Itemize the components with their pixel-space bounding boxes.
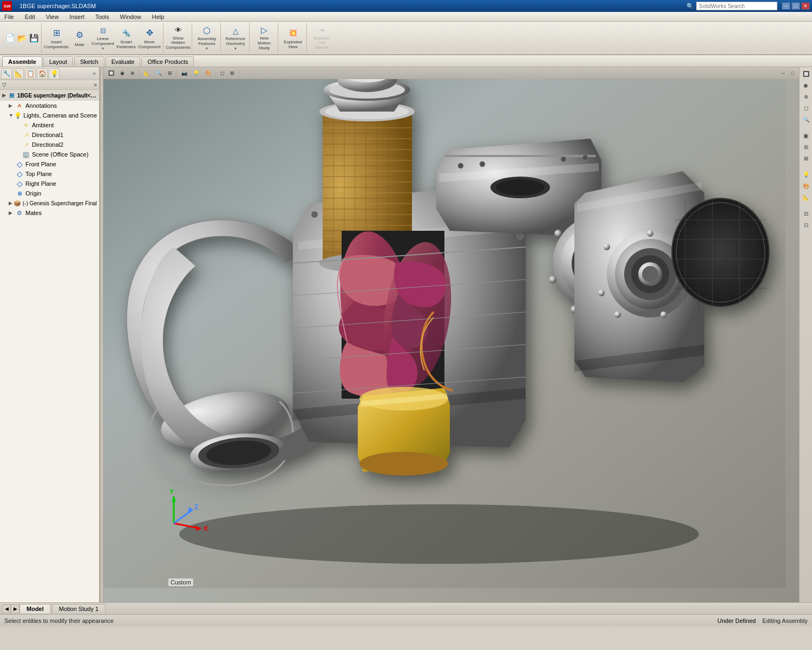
reference-geometry-button[interactable]: △ ReferenceGeometry ▼ (224, 24, 247, 52)
maximize-button[interactable]: □ (791, 2, 800, 10)
mate-button[interactable]: ⚙ Mate (68, 24, 91, 52)
tree-item-mates[interactable]: ▶ ⚙ Mates (0, 208, 99, 218)
search-icon: 🔍 (686, 3, 694, 10)
viewport-maximize-button[interactable]: □ (789, 69, 797, 77)
right-btn-13[interactable]: ⊡ (801, 219, 811, 230)
explode-line-sketch-button[interactable]: ⊸ ExplodeLineSketch (310, 24, 333, 52)
menu-item-help[interactable]: Help (150, 13, 167, 21)
custom-viewport-label: Custom (168, 578, 193, 586)
svg-point-55 (458, 163, 463, 168)
view-button-color[interactable]: 🎨 (202, 69, 214, 77)
search-bar: 🔍 (686, 2, 777, 10)
tab-office-products[interactable]: Office Products (141, 56, 194, 67)
new-motion-study-button[interactable]: ▷ NewMotionStudy (253, 24, 276, 52)
right-btn-7[interactable]: ⊞ (801, 141, 811, 152)
view-button-5[interactable]: 🔍 (153, 69, 165, 77)
bottom-scroll-left-button[interactable]: ◀ (2, 604, 11, 613)
tree-item-ambient[interactable]: ▶ ☀ Ambient (0, 120, 99, 130)
svg-point-57 (561, 157, 566, 162)
svg-point-83 (614, 311, 621, 318)
view-button-6[interactable]: ⊞ (165, 69, 175, 77)
menu-item-window[interactable]: Window (118, 13, 143, 21)
right-btn-9[interactable]: 💡 (801, 169, 811, 180)
open-button[interactable]: 📂 (16, 24, 27, 52)
svg-point-6 (311, 211, 318, 218)
tree-filter-icon: ▽ (2, 82, 6, 88)
svg-point-82 (660, 311, 667, 318)
new-button[interactable]: 📄 (4, 24, 15, 52)
menu-item-edit[interactable]: Edit (23, 13, 37, 21)
assembly-features-button[interactable]: ⬡ AssemblyFeatures ▼ (195, 24, 218, 52)
right-btn-1[interactable]: 🔲 (801, 68, 811, 79)
tree-item-top-plane[interactable]: ▶ ◇ Top Plane (0, 169, 99, 179)
linear-component-button[interactable]: ⊟ LinearComponent ▼ (91, 24, 114, 52)
menu-item-view[interactable]: View (44, 13, 61, 21)
exploded-view-button[interactable]: 💥 ExplodedView (281, 24, 304, 52)
tree-item-origin[interactable]: ▶ ⊕ Origin (0, 188, 99, 198)
panel-icon-2[interactable]: 📐 (13, 68, 24, 79)
view-button-1[interactable]: 🔲 (106, 69, 117, 77)
view-button-hide[interactable]: ◻ (218, 69, 227, 77)
right-btn-3[interactable]: ⊕ (801, 91, 811, 102)
menu-item-insert[interactable]: Insert (67, 13, 87, 21)
show-hidden-button[interactable]: 👁 ShowHiddenComponents (167, 24, 189, 52)
tree-item-directional2[interactable]: ▶ ↗ Directional2 (0, 140, 99, 150)
smart-fasteners-button[interactable]: 🔩 SmartFasteners (115, 24, 137, 52)
right-btn-8[interactable]: ⊠ (801, 153, 811, 164)
view-button-section[interactable]: ⊠ (227, 69, 237, 77)
insert-components-button[interactable]: ⊞ InsertComponents (45, 24, 68, 52)
view-button-3[interactable]: ⊕ (128, 69, 137, 77)
right-btn-4[interactable]: ◻ (801, 102, 811, 113)
main-toolbar: 📄 📂 💾 ⊞ InsertComponents ⚙ Mate ⊟ Linear… (0, 22, 812, 55)
app-title: 1BGE superchager.SLDASM (19, 3, 96, 9)
menu-item-file[interactable]: File (2, 13, 16, 21)
tab-sketch[interactable]: Sketch (74, 56, 104, 67)
right-btn-2[interactable]: ◉ (801, 80, 811, 90)
svg-point-85 (604, 244, 610, 250)
minimize-button[interactable]: ─ (782, 2, 790, 10)
menu-item-tools[interactable]: Tools (93, 13, 112, 21)
bottom-scroll-right-button[interactable]: ▶ (11, 604, 19, 613)
search-input[interactable] (696, 2, 777, 10)
svg-point-56 (480, 161, 485, 167)
close-button[interactable]: ✕ (801, 2, 810, 10)
tree-item-scene[interactable]: ▶ 🏢 Scene (Office Space) (0, 150, 99, 159)
tab-bar: Assemble Layout Sketch Evaluate Office P… (0, 55, 812, 67)
tree-root[interactable]: ▶ ⊞ 1BGE superchager (Default<Displa (0, 90, 99, 101)
tree-expand-icon[interactable]: » (94, 82, 97, 88)
panel-icon-3[interactable]: 📋 (25, 68, 36, 79)
bottom-tab-motion-study[interactable]: Motion Study 1 (52, 604, 106, 613)
3d-viewport[interactable]: X Y Z Custom (103, 67, 799, 602)
viewport: 🔲 ◉ ⊕ 📐 🔍 ⊞ 📷 💡 🎨 ◻ ⊠ ─ □ (103, 67, 799, 602)
right-btn-11[interactable]: 📐 (801, 192, 811, 203)
view-button-2[interactable]: ◉ (117, 69, 127, 77)
right-panel: 🔲 ◉ ⊕ ◻ 🔍 ▣ ⊞ ⊠ 💡 🎨 📐 ⊟ ⊡ (799, 67, 812, 602)
tree-item-lights-cameras[interactable]: ▼ 💡 Lights, Cameras and Scene (0, 110, 99, 120)
tab-evaluate[interactable]: Evaluate (106, 56, 141, 67)
view-button-light[interactable]: 💡 (191, 69, 202, 77)
panel-icon-1[interactable]: 🔧 (1, 68, 12, 79)
tree-item-front-plane[interactable]: ▶ ◇ Front Plane (0, 159, 99, 169)
right-btn-12[interactable]: ⊟ (801, 208, 811, 219)
tree-item-genesis[interactable]: ▶ 📦 (-) Genesis Supercharger Final (0, 198, 99, 208)
tree-item-right-plane[interactable]: ▶ ◇ Right Plane (0, 179, 99, 188)
tab-layout[interactable]: Layout (43, 56, 73, 67)
panel-icon-4[interactable]: 🏠 (37, 68, 48, 79)
right-btn-10[interactable]: 🎨 (801, 180, 811, 191)
view-button-camera[interactable]: 📷 (179, 69, 190, 77)
right-btn-6[interactable]: ▣ (801, 130, 811, 141)
view-button-4[interactable]: 📐 (141, 69, 153, 77)
tree-item-directional1[interactable]: ▶ ↗ Directional1 (0, 130, 99, 140)
tree-item-annotations[interactable]: ▶ A Annotations (0, 101, 99, 110)
save-button[interactable]: 💾 (28, 24, 39, 52)
right-btn-5[interactable]: 🔍 (801, 114, 811, 125)
svg-point-58 (582, 155, 588, 160)
bottom-tab-model[interactable]: Model (19, 604, 51, 613)
move-component-button[interactable]: ✥ MoveComponent (138, 24, 161, 52)
tab-assemble[interactable]: Assemble (2, 56, 42, 67)
panel-icon-5[interactable]: 💡 (49, 68, 60, 79)
svg-point-84 (598, 290, 605, 296)
panel-expand-button[interactable]: » (90, 70, 98, 77)
panel-toolbar: 🔧 📐 📋 🏠 💡 » (0, 67, 99, 80)
viewport-minimize-button[interactable]: ─ (778, 69, 787, 77)
